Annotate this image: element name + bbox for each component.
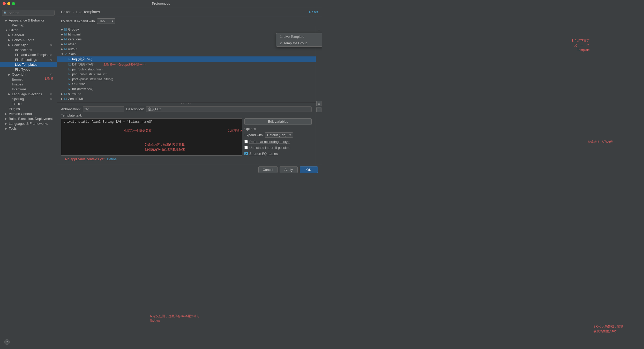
sidebar-item-build[interactable]: ▶ Build, Execution, Deployment xyxy=(0,116,57,121)
spacer xyxy=(11,63,14,66)
abbreviation-input[interactable] xyxy=(83,106,124,112)
sidebar-item-languages[interactable]: ▶ Languages & Frameworks xyxy=(0,121,57,126)
sidebar-label-colors: Colors & Fonts xyxy=(12,38,34,42)
spacer xyxy=(11,48,14,51)
group-groovy[interactable]: ▶ ☑ Groovy xyxy=(57,27,316,32)
sidebar-item-plugins[interactable]: Plugins xyxy=(0,106,57,111)
group-label-zen: Zen HTML xyxy=(68,97,84,101)
context-menu-live-template[interactable]: 1. Live Template xyxy=(276,33,322,40)
template-desc-psf: (public static final) xyxy=(78,68,102,71)
templates-area: ▶ ☑ Groovy ▶ ☑ html/xml ▶ ☑ iteratio xyxy=(57,26,322,165)
sidebar-item-code-style[interactable]: ▶ Code Style ⧉ xyxy=(0,42,57,47)
template-item-thr[interactable]: ☑ thr (throw new) xyxy=(57,86,316,91)
spacer xyxy=(11,53,14,56)
expand-arrow-icon: ▶ xyxy=(5,19,8,22)
expand-select-wrapper: Tab Enter Space ▼ xyxy=(97,18,115,24)
sidebar-item-lang-injections[interactable]: ▶ Language Injections ⧉ xyxy=(0,92,57,97)
shorten-fq-text: Shorten FQ names xyxy=(249,152,278,156)
sidebar-label-editor: Editor xyxy=(9,28,18,32)
sidebar-item-file-code-templates[interactable]: File and Code Templates xyxy=(0,52,57,57)
sidebar-item-appearance[interactable]: ▶ Appearance & Behavior xyxy=(0,18,57,23)
sidebar-label-file-code: File and Code Templates xyxy=(15,53,52,57)
expand-with-select[interactable]: Tab Enter Space xyxy=(97,18,115,24)
reformat-label: Reformat according to style xyxy=(249,140,290,144)
sidebar-item-live-templates[interactable]: Live Templates xyxy=(0,62,57,67)
ok-button[interactable]: OK xyxy=(300,166,318,173)
edit-variables-button[interactable]: Edit variables xyxy=(244,118,312,125)
sidebar-label-copyright: Copyright xyxy=(12,72,26,76)
shorten-row: Shorten FQ names xyxy=(244,152,312,156)
check-icon: ☑ xyxy=(64,28,67,31)
sidebar-item-file-types[interactable]: File Types xyxy=(0,67,57,72)
copy-icon: ⧉ xyxy=(50,93,55,96)
bottom-panel: Abbreviation: Description: Template text… xyxy=(57,104,316,165)
breadcrumb-separator: › xyxy=(72,10,74,14)
minimize-button[interactable] xyxy=(7,2,10,5)
template-item-psfs[interactable]: ☑ psfs (public static final String) xyxy=(57,77,316,82)
template-item-tag[interactable]: ☑ tag (定义TAG) xyxy=(57,56,316,62)
template-desc-psfi: (public static final int) xyxy=(78,72,107,76)
context-menu-template-group[interactable]: 2. Template Group... xyxy=(276,40,322,46)
template-item-st[interactable]: ☑ St (String) xyxy=(57,82,316,86)
close-button[interactable] xyxy=(3,2,6,5)
delete-template-button[interactable]: − xyxy=(316,107,321,112)
group-label-surround: surround xyxy=(68,92,81,96)
spacer-icon xyxy=(8,24,11,27)
sidebar-item-copyright[interactable]: ▶ Copyright ⧉ xyxy=(0,72,57,77)
sidebar-item-keymap[interactable]: Keymap xyxy=(0,23,57,28)
apply-button[interactable]: Apply xyxy=(280,166,298,173)
sidebar-label-appearance: Appearance & Behavior xyxy=(9,18,44,22)
static-import-checkbox[interactable] xyxy=(244,146,248,149)
define-link[interactable]: Define xyxy=(107,157,117,161)
sidebar-label-file-types: File Types xyxy=(15,68,30,71)
footer: Cancel Apply OK xyxy=(57,165,322,174)
group-plain[interactable]: ▼ ☑ plain xyxy=(57,52,316,56)
shorten-checkbox[interactable] xyxy=(244,152,248,155)
sidebar-label-vc: Version Control xyxy=(9,112,32,116)
template-item-dt[interactable]: ☑ DT (DEG+TAG) xyxy=(57,62,316,67)
sidebar-item-editor[interactable]: ▼ Editor xyxy=(0,28,57,33)
template-item-psfi[interactable]: ☑ psfi (public static final int) xyxy=(57,72,316,77)
template-name-st: St xyxy=(72,82,75,86)
reset-button[interactable]: Reset xyxy=(309,10,318,14)
template-desc-st: (String) xyxy=(76,82,86,86)
expand-arrow-icon: ▶ xyxy=(61,48,63,50)
breadcrumb: Editor › Live Templates xyxy=(61,10,100,14)
maximize-button[interactable] xyxy=(12,2,15,5)
sidebar-item-spelling[interactable]: Spelling ⧉ xyxy=(0,97,57,101)
template-text-area-row: private static fianl String TAG = "$clas… xyxy=(61,118,312,156)
spacer xyxy=(8,98,11,100)
spacer xyxy=(8,88,11,91)
sidebar-item-inspections[interactable]: Inspections xyxy=(0,47,57,52)
sidebar-item-emmet[interactable]: Emmet xyxy=(0,77,57,82)
sidebar-label-todo: TODO xyxy=(12,102,21,106)
sidebar-item-general[interactable]: ▶ General xyxy=(0,33,57,38)
sidebar-item-images[interactable]: Images xyxy=(0,82,57,87)
group-zen-html[interactable]: ▶ ☑ Zen HTML xyxy=(57,96,316,101)
sidebar-item-colors-fonts[interactable]: ▶ Colors & Fonts xyxy=(0,38,57,42)
template-desc-dt: (DEG+TAG) xyxy=(78,63,94,66)
expand-with-option-select[interactable]: Default (Tab) Tab Enter Space xyxy=(265,132,293,138)
description-input[interactable] xyxy=(146,106,312,112)
copy-template-button[interactable]: ⧉ xyxy=(316,101,321,106)
template-desc-psfs: (public static final String) xyxy=(79,77,113,81)
template-text-editor[interactable]: private static fianl String TAG = "$clas… xyxy=(61,118,242,156)
expand-with-option-wrapper: Default (Tab) Tab Enter Space ▼ xyxy=(265,132,293,138)
sidebar-item-tools[interactable]: ▶ Tools xyxy=(0,126,57,131)
sidebar-item-file-encodings[interactable]: File Encodings ⧉ xyxy=(0,57,57,62)
expand-arrow-icon: ▶ xyxy=(8,43,11,46)
sidebar-label-build: Build, Execution, Deployment xyxy=(9,117,53,121)
sidebar-item-todo[interactable]: TODO xyxy=(0,101,57,106)
check-icon: ☑ xyxy=(68,68,71,71)
reformat-checkbox[interactable] xyxy=(244,140,248,143)
add-template-button[interactable]: + xyxy=(316,27,322,33)
cancel-button[interactable]: Cancel xyxy=(258,166,278,173)
template-item-psf[interactable]: ☑ psf (public static final) xyxy=(57,67,316,72)
sidebar-item-intentions[interactable]: Intentions xyxy=(0,87,57,92)
sidebar-item-version-control[interactable]: ▶ Version Control xyxy=(0,111,57,116)
search-input[interactable] xyxy=(2,10,55,16)
group-surround[interactable]: ▶ ☑ surround xyxy=(57,91,316,96)
template-name-thr: thr xyxy=(72,87,76,91)
group-output[interactable]: ▶ ☑ output xyxy=(57,47,316,52)
expand-arrow-icon: ▶ xyxy=(5,112,8,115)
